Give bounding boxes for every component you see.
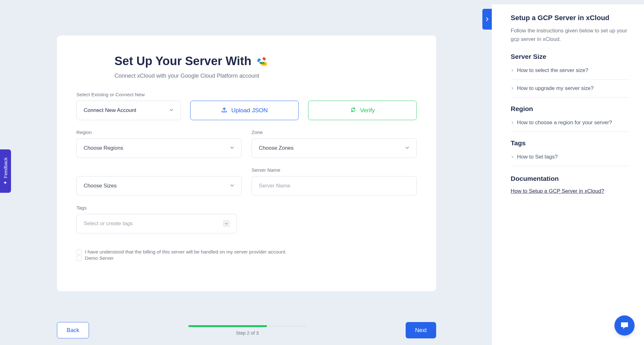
upload-json-button[interactable]: Upload JSON — [190, 101, 299, 120]
chevron-right-icon — [511, 154, 514, 160]
account-label: Select Existing or Connect New — [76, 92, 417, 97]
upload-label: Upload JSON — [231, 107, 268, 114]
region-dropdown[interactable]: Choose Regions — [76, 138, 242, 158]
chevron-down-icon — [169, 107, 174, 114]
servername-label: Server Name — [252, 167, 417, 173]
faq-text: How to Set tags? — [517, 154, 558, 160]
region-placeholder: Choose Regions — [84, 145, 123, 151]
zone-placeholder: Choose Zones — [259, 145, 294, 151]
refresh-icon — [350, 107, 356, 114]
next-button[interactable]: Next — [406, 322, 436, 338]
chevron-down-icon — [230, 183, 234, 189]
sidebar-title: Setup a GCP Server in xCloud — [511, 14, 630, 22]
account-value: Connect New Account — [84, 107, 136, 114]
verify-label: Verify — [360, 107, 375, 114]
chevron-down-icon — [223, 220, 230, 227]
verify-button[interactable]: Verify — [308, 101, 417, 120]
subtitle: Connect xCloud with your Google Cloud Pl… — [114, 73, 417, 79]
chevron-down-icon — [230, 145, 234, 151]
faq-item[interactable]: How to upgrade my server size? — [511, 80, 630, 97]
demo-checkbox[interactable] — [76, 256, 82, 261]
account-dropdown[interactable]: Connect New Account — [76, 101, 181, 120]
billing-disclaimer: I have understood that the billing of th… — [85, 249, 286, 255]
header-section: Set Up Your Server With Connect xCloud w… — [76, 54, 417, 79]
progress-fill — [188, 325, 267, 327]
faq-text: How to choose a region for your server? — [517, 120, 612, 126]
main-card: Set Up Your Server With Connect xCloud w… — [57, 36, 436, 291]
gcp-cloud-icon — [255, 55, 269, 68]
feedback-tab[interactable]: ✦ Feedback — [0, 149, 11, 193]
faq-text: How to upgrade my server size? — [517, 85, 594, 92]
tags-label: Tags — [76, 205, 417, 211]
billing-checkbox-row: I have understood that the billing of th… — [76, 249, 417, 255]
step-text: Step 2 of 3 — [188, 330, 306, 336]
tags-placeholder: Select or create tags — [84, 220, 133, 227]
billing-checkbox[interactable] — [76, 249, 82, 255]
zone-dropdown[interactable]: Choose Zones — [252, 138, 417, 158]
faq-item[interactable]: How to choose a region for your server? — [511, 114, 630, 132]
chat-button[interactable] — [614, 315, 635, 336]
feedback-text: Feedback — [3, 158, 8, 178]
progress-bar — [188, 325, 306, 327]
servername-input[interactable] — [252, 176, 417, 196]
sidebar-toggle[interactable] — [482, 9, 492, 30]
back-button[interactable]: Back — [57, 322, 89, 338]
doc-link[interactable]: How to Setup a GCP Server in xCloud? — [511, 188, 604, 194]
title-text: Set Up Your Server With — [114, 54, 251, 68]
sidebar-desc: Follow the instructions given below to s… — [511, 26, 630, 43]
chevron-down-icon — [405, 145, 409, 151]
sidebar-section-heading: Tags — [511, 139, 630, 147]
account-row: Connect New Account Upload JSON Verify — [76, 101, 417, 120]
chevron-right-icon — [511, 67, 514, 74]
faq-item[interactable]: How to Set tags? — [511, 148, 630, 166]
progress-wrap: Step 2 of 3 — [188, 325, 306, 336]
size-dropdown[interactable]: Choose Sizes — [76, 176, 242, 196]
sparkle-icon: ✦ — [3, 181, 8, 185]
faq-text: How to select the server size? — [517, 67, 588, 74]
sidebar-section-heading: Region — [511, 105, 630, 113]
demo-checkbox-row: Demo Server — [76, 255, 417, 261]
footer-bar: Back Step 2 of 3 Next — [57, 322, 436, 338]
demo-label: Demo Server — [85, 255, 114, 261]
sidebar-section-heading: Server Size — [511, 53, 630, 60]
region-label: Region — [76, 130, 242, 135]
page-title: Set Up Your Server With — [114, 54, 269, 68]
chevron-right-icon — [511, 85, 514, 92]
doc-heading: Documentation — [511, 175, 630, 182]
tags-dropdown[interactable]: Select or create tags — [76, 214, 237, 233]
form-section: Select Existing or Connect New Connect N… — [76, 92, 417, 261]
help-sidebar: Setup a GCP Server in xCloud Follow the … — [492, 4, 644, 345]
zone-label: Zone — [252, 130, 417, 135]
faq-item[interactable]: How to select the server size? — [511, 62, 630, 80]
chevron-right-icon — [511, 120, 514, 126]
size-placeholder: Choose Sizes — [84, 183, 117, 189]
upload-icon — [221, 107, 227, 114]
